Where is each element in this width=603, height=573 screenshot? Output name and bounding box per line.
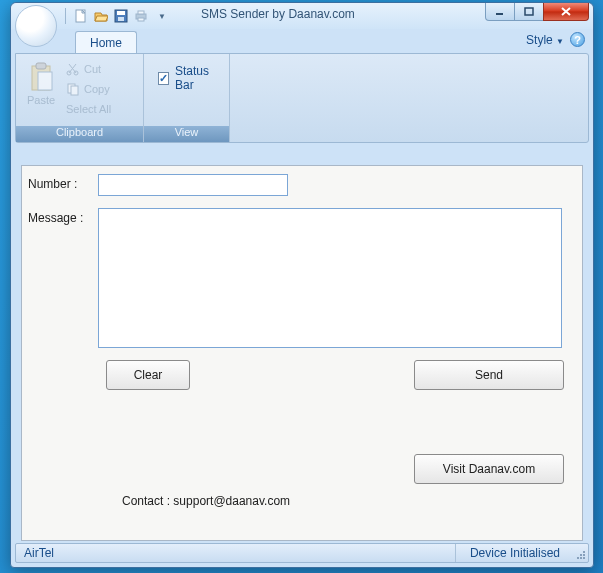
style-menu[interactable]: Style ▼ bbox=[526, 33, 564, 47]
send-button[interactable]: Send bbox=[414, 360, 564, 390]
svg-point-18 bbox=[583, 554, 585, 556]
cut-button[interactable]: Cut bbox=[62, 60, 115, 78]
message-label: Message : bbox=[28, 208, 98, 225]
quick-access-toolbar: ▼ bbox=[63, 7, 170, 25]
statusbar-checkbox-label: Status Bar bbox=[175, 64, 215, 92]
svg-point-16 bbox=[583, 551, 585, 553]
qat-dropdown-icon[interactable]: ▼ bbox=[154, 12, 170, 21]
chevron-down-icon: ▼ bbox=[556, 37, 564, 46]
selectall-button[interactable]: Select All bbox=[62, 100, 115, 118]
qat-separator bbox=[65, 8, 66, 24]
visit-button[interactable]: Visit Daanav.com bbox=[414, 454, 564, 484]
paste-label: Paste bbox=[27, 94, 55, 106]
paste-icon bbox=[28, 62, 54, 92]
close-button[interactable] bbox=[543, 3, 589, 21]
number-label: Number : bbox=[28, 174, 98, 191]
svg-rect-15 bbox=[71, 86, 78, 95]
ribbon-group-view: ✓ Status Bar View bbox=[144, 54, 230, 142]
maximize-button[interactable] bbox=[514, 3, 544, 21]
svg-rect-2 bbox=[117, 11, 125, 15]
contact-text: Contact : support@daanav.com bbox=[22, 494, 582, 508]
cut-icon bbox=[66, 62, 80, 76]
svg-rect-6 bbox=[138, 18, 144, 21]
tab-home[interactable]: Home bbox=[75, 31, 137, 53]
message-input[interactable] bbox=[98, 208, 562, 348]
save-icon[interactable] bbox=[114, 9, 128, 23]
window-title: SMS Sender by Daanav.com bbox=[201, 7, 355, 21]
svg-rect-10 bbox=[36, 63, 46, 69]
minimize-button[interactable] bbox=[485, 3, 515, 21]
statusbar-checkbox[interactable]: ✓ Status Bar bbox=[148, 58, 225, 98]
ribbon-group-label-view: View bbox=[144, 126, 229, 142]
titlebar: ▼ SMS Sender by Daanav.com bbox=[11, 3, 593, 29]
help-icon[interactable]: ? bbox=[570, 32, 585, 47]
svg-point-17 bbox=[580, 554, 582, 556]
resize-grip-icon[interactable] bbox=[574, 544, 588, 562]
clear-button[interactable]: Clear bbox=[106, 360, 190, 390]
svg-point-19 bbox=[577, 557, 579, 559]
statusbar: AirTel Device Initialised bbox=[15, 543, 589, 563]
status-right: Device Initialised bbox=[455, 544, 574, 562]
svg-point-20 bbox=[580, 557, 582, 559]
svg-point-21 bbox=[583, 557, 585, 559]
app-window: ▼ SMS Sender by Daanav.com Home Style ▼ … bbox=[10, 2, 594, 568]
number-input[interactable] bbox=[98, 174, 288, 196]
svg-rect-11 bbox=[38, 72, 52, 90]
copy-button[interactable]: Copy bbox=[62, 80, 115, 98]
open-icon[interactable] bbox=[94, 9, 108, 23]
svg-rect-5 bbox=[138, 11, 144, 14]
new-icon[interactable] bbox=[74, 9, 88, 23]
svg-rect-8 bbox=[525, 8, 533, 15]
copy-icon bbox=[66, 82, 80, 96]
ribbon-group-clipboard: Paste Cut Copy Select All Clipbo bbox=[16, 54, 144, 142]
app-orb-button[interactable] bbox=[15, 5, 57, 47]
window-controls bbox=[486, 3, 589, 21]
print-icon[interactable] bbox=[134, 9, 148, 23]
content-panel: Number : Message : Clear Send Visit Daan… bbox=[21, 165, 583, 541]
ribbon-group-label-clipboard: Clipboard bbox=[16, 126, 143, 142]
paste-button[interactable]: Paste bbox=[20, 58, 62, 106]
svg-rect-3 bbox=[118, 17, 124, 21]
ribbon-tabstrip: Home Style ▼ ? bbox=[11, 29, 593, 53]
ribbon: Paste Cut Copy Select All Clipbo bbox=[15, 53, 589, 143]
checkbox-icon: ✓ bbox=[158, 72, 169, 85]
status-left: AirTel bbox=[16, 546, 455, 560]
